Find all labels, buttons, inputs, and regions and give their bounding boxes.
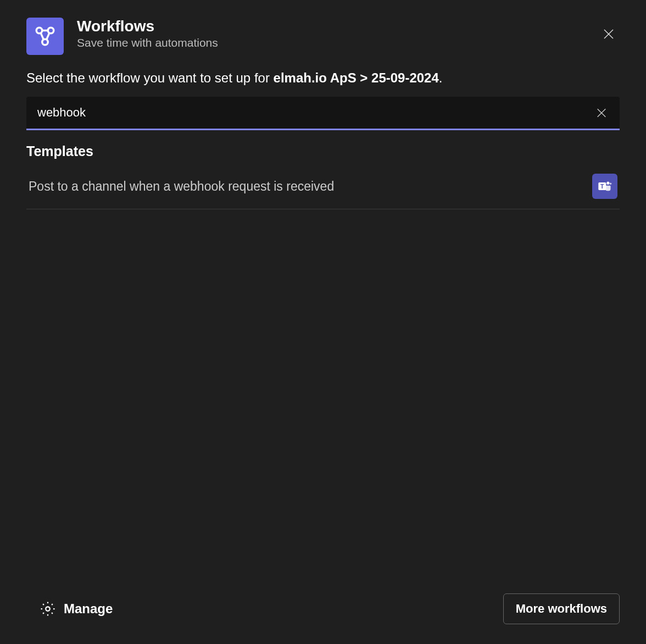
gear-icon: [40, 601, 56, 617]
header-text: Workflows Save time with automations: [77, 18, 598, 49]
description-target: elmah.io ApS > 25-09-2024: [274, 70, 439, 85]
teams-icon: T: [597, 179, 612, 194]
more-workflows-button[interactable]: More workflows: [503, 593, 620, 624]
manage-button[interactable]: Manage: [26, 596, 113, 621]
dialog-title: Workflows: [77, 18, 598, 35]
dialog-header: Workflows Save time with automations: [26, 18, 620, 55]
description-text: Select the workflow you want to set up f…: [26, 70, 620, 86]
svg-text:T: T: [600, 183, 604, 190]
dialog-footer: Manage More workflows: [26, 580, 620, 624]
teams-app-icon: T: [592, 174, 617, 199]
description-prefix: Select the workflow you want to set up f…: [26, 70, 274, 85]
template-name: Post to a channel when a webhook request…: [29, 179, 334, 194]
clear-search-button[interactable]: [593, 104, 610, 123]
description-suffix: .: [439, 70, 443, 85]
svg-point-0: [36, 27, 42, 34]
close-button[interactable]: [598, 23, 620, 47]
close-icon: [595, 107, 608, 119]
svg-point-11: [46, 607, 50, 611]
svg-point-1: [48, 27, 54, 34]
svg-point-9: [606, 182, 609, 185]
search-container: [26, 97, 620, 130]
templates-section-title: Templates: [26, 143, 620, 159]
close-icon: [602, 27, 615, 41]
dialog-subtitle: Save time with automations: [77, 36, 598, 49]
manage-label: Manage: [64, 601, 113, 617]
svg-point-2: [42, 39, 48, 45]
template-item[interactable]: Post to a channel when a webhook request…: [26, 166, 620, 209]
svg-point-10: [610, 183, 612, 185]
workflows-app-icon: [26, 18, 64, 55]
search-input[interactable]: [26, 97, 620, 130]
